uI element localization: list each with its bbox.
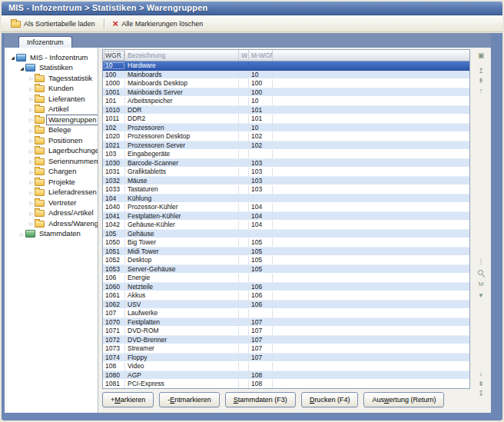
table-row[interactable]: 1031 Grafiktabletts 103 bbox=[103, 168, 469, 177]
footer-button-stammdaten-f3[interactable]: Stammdaten (F3) bbox=[225, 392, 296, 407]
collapsed-arrow-icon[interactable]: ▷ bbox=[28, 158, 35, 164]
table-row[interactable]: 1062 USV 106 bbox=[103, 301, 469, 310]
tree-item-stammdaten[interactable]: ▷ Stammdaten bbox=[5, 229, 98, 240]
tree-item-belege[interactable]: ▷ Belege bbox=[5, 125, 98, 136]
tree-item-vertreter[interactable]: ▷ Vertreter bbox=[5, 198, 98, 208]
column-header-mwgr[interactable]: M-WGR bbox=[249, 50, 273, 61]
table-row[interactable]: 1052 Desktop 105 bbox=[103, 256, 469, 265]
cell-filler bbox=[273, 318, 469, 327]
collapsed-arrow-icon[interactable]: ▷ bbox=[28, 117, 35, 122]
cell-wgr: 1042 bbox=[103, 221, 125, 229]
footer-button-auswertung-return[interactable]: Auswertung (Return) bbox=[363, 392, 444, 407]
search-icon[interactable] bbox=[476, 268, 486, 277]
table-row[interactable]: 1010 DDR 101 bbox=[103, 106, 469, 115]
tree-item-chargen[interactable]: ▷ Chargen bbox=[5, 167, 98, 178]
column-options-icon[interactable]: ▣ bbox=[476, 51, 486, 60]
table-row[interactable]: 1041 Festplatten-Kühler 104 bbox=[103, 212, 469, 221]
collapsed-arrow-icon[interactable]: ▷ bbox=[28, 221, 35, 226]
grip-icon[interactable]: ⋮ bbox=[476, 257, 486, 266]
collapsed-arrow-icon[interactable]: ▷ bbox=[28, 107, 35, 112]
scroll-bottom-icon[interactable]: ↧ bbox=[476, 389, 486, 398]
tree-item-adress-artikel[interactable]: ▷ Adress/Artikel bbox=[5, 208, 98, 219]
table-row[interactable]: 1021 Prozessoren Server 102 bbox=[103, 141, 469, 151]
table-row[interactable]: 1053 Server-Gehäuse 105 bbox=[103, 265, 469, 274]
table-row[interactable]: 1070 Festplatten 107 bbox=[103, 318, 469, 327]
table-row[interactable]: 1032 Mäuse 103 bbox=[103, 177, 469, 186]
table-row[interactable]: 1081 PCI-Express 108 bbox=[103, 380, 469, 388]
table-row[interactable]: 1011 DDR2 101 bbox=[103, 115, 469, 124]
collapsed-arrow-icon[interactable]: ▷ bbox=[28, 200, 35, 205]
collapsed-arrow-icon[interactable]: ▷ bbox=[28, 179, 35, 184]
clear-marks-button[interactable]: × Alle Markierungen löschen bbox=[108, 18, 208, 29]
tree-item-warengruppen[interactable]: ▷ Warengruppen bbox=[5, 115, 98, 125]
collapsed-arrow-icon[interactable]: ▷ bbox=[28, 86, 35, 91]
tree-item-tagesstatistik[interactable]: ▷ Tagesstatistik bbox=[5, 73, 98, 84]
table-row[interactable]: 1042 Gehäuse-Kühler 104 bbox=[103, 221, 469, 230]
cell-wgr: 106 bbox=[103, 274, 125, 282]
table-row[interactable]: 100 Mainboards 10 bbox=[103, 71, 469, 80]
tree-item-mis-infozentrum[interactable]: ◢ MIS - Infozentrum bbox=[5, 52, 98, 63]
tree-item-projekte[interactable]: ▷ Projekte bbox=[5, 177, 98, 188]
table-row[interactable]: 103 Eingabegeräte bbox=[103, 150, 469, 159]
tree-item-statistiken[interactable]: ◢ Statistiken bbox=[5, 63, 98, 74]
collapsed-arrow-icon[interactable]: ▷ bbox=[28, 148, 35, 154]
footer-button-drucken-f4[interactable]: Drucken (F4) bbox=[301, 392, 359, 407]
tree-item-artikel[interactable]: ▷ Artikel bbox=[5, 105, 98, 115]
table-row[interactable]: 1060 Netzteile 106 bbox=[103, 283, 469, 292]
page-up-icon[interactable]: ⇞ bbox=[476, 76, 486, 85]
tree-item-adress-warengruppen[interactable]: ▷ Adress/Warengruppen bbox=[5, 218, 98, 229]
collapsed-arrow-icon[interactable]: ▷ bbox=[18, 231, 25, 237]
collapsed-arrow-icon[interactable]: ▷ bbox=[28, 96, 35, 101]
table-row[interactable]: 101 Arbeitsspeicher 10 bbox=[103, 97, 469, 106]
table-row[interactable]: 1072 DVD-Brenner 107 bbox=[103, 336, 469, 345]
expanded-arrow-icon[interactable]: ◢ bbox=[9, 55, 16, 60]
collapsed-arrow-icon[interactable]: ▷ bbox=[28, 128, 35, 133]
tree-item-kunden[interactable]: ▷ Kunden bbox=[5, 84, 98, 95]
table-row[interactable]: 1050 Big Tower 105 bbox=[103, 238, 469, 248]
table-row[interactable]: 1033 Tastaturen 103 bbox=[103, 185, 469, 194]
table-row[interactable]: 1000 Mainboards Desktop 100 bbox=[103, 79, 469, 88]
footer-button-markieren[interactable]: + Markieren bbox=[102, 392, 154, 407]
table-row[interactable]: 1001 Mainboards Server 100 bbox=[103, 88, 469, 98]
filter-icon[interactable]: ▼ bbox=[476, 291, 486, 301]
page-down-icon[interactable]: ⇟ bbox=[476, 379, 486, 388]
table-row[interactable]: 1051 Midi Tower 105 bbox=[103, 248, 469, 257]
table-row[interactable]: 1080 AGP 108 bbox=[103, 371, 469, 380]
table-row[interactable]: 105 Gehäuse bbox=[103, 230, 469, 239]
table-row[interactable]: 1073 Streamer 107 bbox=[103, 344, 469, 354]
table-row[interactable]: 1030 Barcode-Scanner 103 bbox=[103, 159, 469, 168]
tree-item-lieferadressen[interactable]: ▷ Lieferadressen bbox=[5, 188, 98, 198]
collapsed-arrow-icon[interactable]: ▷ bbox=[28, 211, 35, 216]
table-row[interactable]: 108 Video bbox=[103, 362, 469, 371]
table-row[interactable]: 1071 DVD-ROM 107 bbox=[103, 327, 469, 336]
mark-icon[interactable]: M bbox=[476, 280, 486, 289]
scroll-top-icon[interactable]: ↥ bbox=[476, 66, 486, 75]
tree-item-positionen[interactable]: ▷ Positionen bbox=[5, 135, 98, 146]
column-header-wgr[interactable]: WGR ▼ bbox=[103, 50, 125, 61]
column-header-bezeichnung[interactable]: Bezeichnung bbox=[125, 50, 239, 61]
load-sort-table-button[interactable]: Als Sortiertabelle laden bbox=[6, 18, 100, 29]
collapsed-arrow-icon[interactable]: ▷ bbox=[28, 138, 35, 143]
cell-filler bbox=[273, 221, 469, 229]
column-header-w[interactable]: W bbox=[239, 50, 249, 61]
tab-infozentrum[interactable]: Infozentrum bbox=[18, 36, 72, 48]
table-row[interactable]: 102 Prozessoren 10 bbox=[103, 124, 469, 133]
table-row[interactable]: 107 Laufwerke bbox=[103, 309, 469, 318]
table-row[interactable]: 1020 Prozessoren Desktop 102 bbox=[103, 132, 469, 141]
collapsed-arrow-icon[interactable]: ▷ bbox=[28, 190, 35, 195]
collapsed-arrow-icon[interactable]: ▷ bbox=[28, 169, 35, 174]
line-down-icon[interactable]: ↓ bbox=[476, 369, 486, 378]
table-row[interactable]: 104 Kühlung bbox=[103, 194, 469, 204]
line-up-icon[interactable]: ↑ bbox=[476, 86, 486, 95]
tree-item-seriennummern[interactable]: ▷ Seriennummern bbox=[5, 156, 98, 167]
collapsed-arrow-icon[interactable]: ▷ bbox=[28, 75, 35, 81]
table-row[interactable]: 1074 Floppy 107 bbox=[103, 354, 469, 363]
table-row[interactable]: 106 Energie bbox=[103, 274, 469, 283]
expanded-arrow-icon[interactable]: ◢ bbox=[18, 65, 25, 71]
table-row[interactable]: 10 Hardware bbox=[103, 61, 469, 71]
tree-item-lieferanten[interactable]: ▷ Lieferanten bbox=[5, 94, 98, 105]
table-row[interactable]: 1040 Prozessor-Kühler 104 bbox=[103, 203, 469, 212]
table-row[interactable]: 1061 Akkus 106 bbox=[103, 291, 469, 301]
footer-button-entmarkieren[interactable]: - Entmarkieren bbox=[159, 392, 220, 407]
tree-item-lagerbuchungen[interactable]: ▷ Lagerbuchungen bbox=[5, 146, 98, 157]
